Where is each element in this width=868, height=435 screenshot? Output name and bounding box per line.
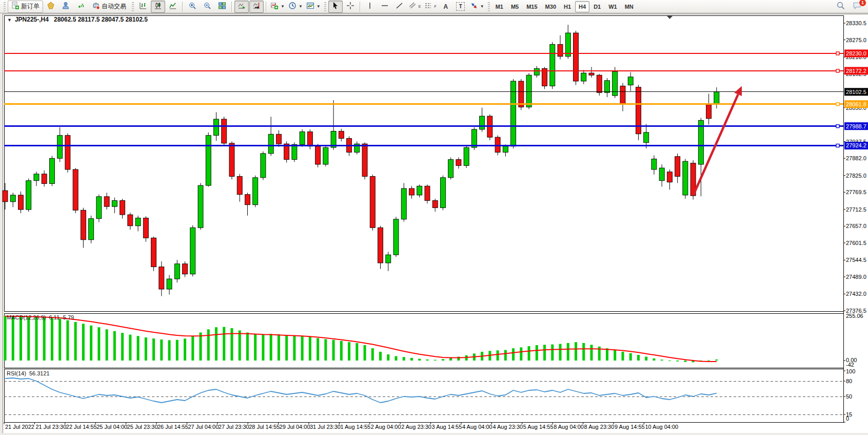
channel-letter: E (419, 5, 421, 8)
timeframe-mn-button[interactable]: MN (621, 1, 637, 12)
template-chart-icon (306, 2, 314, 12)
market-watch-button[interactable] (44, 1, 58, 13)
indicators-button[interactable]: ▼ (269, 1, 286, 13)
gold-tag-icon (47, 2, 55, 12)
trendline-icon (396, 2, 404, 12)
auto-scroll-icon (238, 2, 246, 12)
clock-icon (288, 2, 297, 12)
chart-shift-icon (252, 2, 261, 12)
main-toolbar: 新订单 自动交易 (0, 0, 868, 13)
text-tool-button[interactable]: A (439, 1, 453, 13)
timeframe-d1-button[interactable]: D1 (590, 1, 604, 12)
channel-tool-button[interactable]: E (407, 1, 423, 13)
timeframe-m30-button[interactable]: M30 (542, 1, 560, 12)
navigator-button[interactable] (58, 1, 73, 13)
indicators-icon (270, 2, 279, 12)
cursor-arrow-icon (331, 2, 340, 12)
chevron-down-icon: ▼ (281, 4, 285, 9)
toolbar-grip[interactable] (132, 2, 134, 11)
search-icon (836, 1, 845, 12)
vertical-line-icon (366, 2, 374, 12)
timeframe-m1-button[interactable]: M1 (492, 1, 507, 12)
auto-trading-button[interactable]: 自动交易 (88, 1, 130, 13)
fibonacci-icon (424, 2, 432, 12)
person-icon (62, 2, 70, 12)
text-tool-letter: A (443, 3, 448, 10)
text-label-icon: T (456, 2, 465, 11)
toolbar-separator (182, 2, 183, 12)
chart-ohlc-values: 28062.5 28117.5 28047.5 28102.5 (54, 16, 148, 23)
timeframe-w1-button[interactable]: W1 (605, 1, 621, 12)
toolbar-separator (360, 2, 361, 12)
templates-button[interactable]: ▼ (305, 1, 322, 13)
tile-windows-icon (218, 2, 226, 12)
fib-letter: F (434, 5, 436, 8)
macd-values: 6.11 -5.79 (49, 314, 74, 320)
zoom-out-icon (203, 2, 211, 12)
timeframe-h1-button[interactable]: H1 (560, 1, 575, 12)
chevron-down-icon: ▼ (299, 4, 303, 9)
rsi-value: 56.3121 (29, 370, 50, 376)
signal-icon (76, 2, 85, 12)
timeframe-m5-button[interactable]: M5 (507, 1, 522, 12)
horizontal-line-tool-button[interactable] (378, 1, 392, 13)
signals-button[interactable] (73, 1, 88, 13)
collapse-arrow-icon[interactable]: ▼ (7, 17, 12, 23)
chart-symbol-period: JPN225-,H4 (15, 16, 49, 23)
chevron-down-icon: ▼ (480, 4, 484, 9)
ohlc-bars-icon (139, 2, 147, 12)
trendline-tool-button[interactable] (392, 1, 407, 13)
zoom-in-button[interactable] (185, 1, 200, 13)
macd-name: MACD(12,26,9) (7, 314, 46, 320)
chart-window-client[interactable] (3, 14, 868, 433)
equidistant-channel-icon (409, 2, 417, 12)
search-button[interactable] (833, 1, 847, 13)
line-chart-button[interactable] (166, 1, 180, 13)
notifications-button[interactable]: 1 (850, 1, 864, 13)
autotrade-robot-icon (92, 2, 100, 11)
timeframe-h4-button[interactable]: H4 (575, 1, 589, 12)
macd-indicator-label: MACD(12,26,9)6.11 -5.79 (7, 314, 74, 320)
arrows-tool-button[interactable]: ▼ (468, 1, 486, 13)
new-order-label: 新订单 (21, 2, 40, 11)
notification-badge: 1 (859, 0, 866, 7)
label-tool-button[interactable]: T (453, 1, 468, 13)
chart-title-overlay: ▼JPN225-,H428062.5 28117.5 28047.5 28102… (7, 16, 148, 23)
mt4-terminal: 新订单 自动交易 (0, 0, 868, 435)
toolbar-separator (231, 2, 232, 12)
fibonacci-tool-button[interactable]: F (423, 1, 438, 13)
zoom-in-icon (188, 2, 196, 12)
rsi-name: RSI(14) (7, 370, 26, 376)
new-order-icon (11, 2, 19, 11)
crosshair-icon (346, 2, 354, 12)
timeframe-m15-button[interactable]: M15 (523, 1, 541, 12)
vertical-line-tool-button[interactable] (363, 1, 377, 13)
toolbar-separator (266, 2, 267, 12)
toolbar-grip[interactable] (488, 2, 490, 11)
toolbar-grip[interactable] (324, 2, 326, 11)
timeframe-toolbar: M1M5M15M30H1H4D1W1MN (492, 1, 637, 12)
new-order-button[interactable]: 新订单 (8, 1, 43, 13)
chart-shift-button[interactable] (249, 1, 264, 13)
line-chart-icon (169, 2, 177, 12)
tile-windows-button[interactable] (215, 1, 229, 13)
candlestick-icon (154, 2, 162, 12)
zoom-out-button[interactable] (200, 1, 214, 13)
toolbar-grip[interactable] (4, 2, 6, 11)
cursor-tool-button[interactable] (328, 1, 343, 13)
candlestick-chart-button[interactable] (151, 1, 165, 13)
arrow-objects-icon (470, 2, 478, 12)
crosshair-tool-button[interactable] (343, 1, 358, 13)
auto-trading-label: 自动交易 (102, 2, 126, 11)
rsi-indicator-label: RSI(14)56.3121 (7, 370, 50, 376)
horizontal-line-icon (381, 2, 389, 12)
periods-button[interactable]: ▼ (287, 1, 304, 13)
bar-chart-button[interactable] (136, 1, 150, 13)
chevron-down-icon: ▼ (317, 4, 321, 9)
auto-scroll-button[interactable] (234, 1, 249, 13)
